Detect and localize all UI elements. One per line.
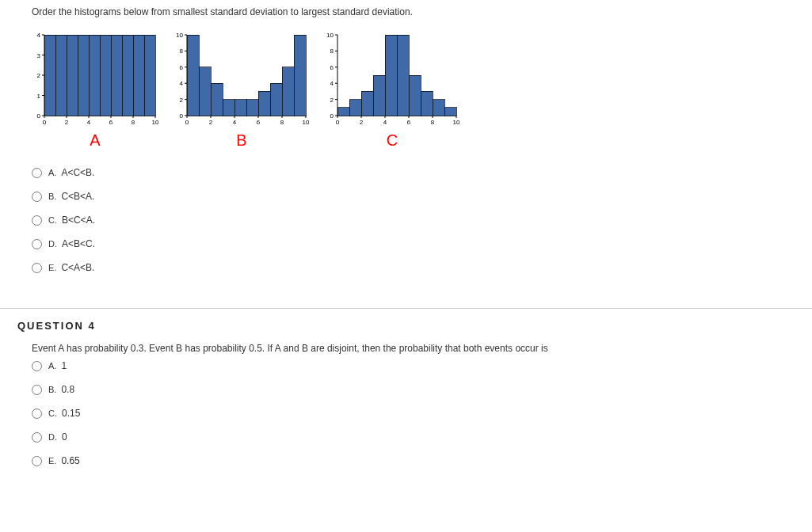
svg-text:4: 4 (37, 32, 41, 39)
svg-rect-105 (444, 108, 456, 116)
q3-radio-a[interactable] (32, 168, 42, 178)
svg-text:4: 4 (383, 119, 387, 126)
histogram-b: 02468100246810 (174, 32, 309, 127)
svg-text:6: 6 (407, 119, 411, 126)
svg-rect-33 (144, 35, 155, 116)
svg-text:2: 2 (37, 72, 41, 79)
svg-text:2: 2 (330, 97, 334, 104)
svg-text:2: 2 (360, 119, 364, 126)
svg-text:0: 0 (43, 119, 47, 126)
svg-rect-101 (397, 35, 409, 116)
q4-text-c: 0.15 (62, 408, 80, 419)
q4-text-b: 0.8 (61, 384, 74, 395)
svg-rect-61 (199, 67, 211, 116)
q4-text-e: 0.65 (61, 455, 79, 466)
q3-text-d: A<B<C. (62, 238, 95, 249)
q4-text-d: 0 (62, 431, 67, 443)
q3-option-a[interactable]: A. A<C<B. (32, 167, 780, 178)
svg-rect-66 (258, 91, 270, 116)
q3-radio-d[interactable] (32, 239, 42, 249)
svg-rect-96 (337, 108, 349, 116)
q4-letter-c: C. (48, 408, 57, 418)
svg-rect-103 (421, 91, 433, 116)
q3-option-c[interactable]: C. B<C<A. (32, 215, 780, 226)
q3-option-d[interactable]: D. A<B<C. (32, 238, 780, 249)
svg-rect-60 (187, 35, 199, 116)
q4-option-a[interactable]: A. 1 (32, 360, 780, 371)
svg-rect-104 (433, 100, 444, 116)
svg-text:10: 10 (303, 119, 309, 126)
svg-text:8: 8 (180, 48, 184, 55)
svg-rect-100 (385, 35, 397, 116)
q4-option-c[interactable]: C. 0.15 (32, 408, 780, 419)
svg-text:10: 10 (152, 119, 158, 126)
q4-option-e[interactable]: E. 0.65 (32, 455, 780, 466)
q4-letter-e: E. (48, 456, 56, 466)
q4-radio-b[interactable] (32, 385, 42, 395)
svg-text:1: 1 (37, 93, 41, 100)
q4-header: QUESTION 4 (0, 308, 812, 340)
q4-letter-b: B. (48, 385, 56, 394)
svg-text:0: 0 (330, 112, 334, 120)
svg-text:8: 8 (330, 48, 334, 55)
svg-text:4: 4 (180, 80, 184, 87)
q4-radio-a[interactable] (32, 361, 42, 371)
svg-rect-63 (223, 100, 234, 116)
q3-text-a: A<C<B. (61, 167, 94, 178)
svg-rect-68 (282, 67, 294, 116)
svg-rect-67 (270, 83, 282, 116)
histogram-c: 02468100246810 (325, 32, 459, 127)
svg-text:3: 3 (37, 52, 41, 59)
svg-text:2: 2 (180, 97, 184, 104)
svg-text:0: 0 (336, 119, 340, 126)
q3-letter-b: B. (48, 192, 56, 201)
svg-text:6: 6 (180, 64, 184, 71)
q4-radio-e[interactable] (32, 456, 42, 466)
q3-radio-b[interactable] (32, 192, 42, 202)
q3-radio-c[interactable] (32, 215, 42, 226)
svg-text:6: 6 (330, 64, 334, 71)
charts-row: 012340246810 A 02468100246810 B 02468100… (32, 32, 780, 156)
svg-text:4: 4 (233, 119, 237, 126)
q4-options: A. 1 B. 0.8 C. 0.15 D. 0 E. 0.65 (32, 360, 780, 466)
q3-option-e[interactable]: E. C<A<B. (32, 262, 780, 273)
q3-prompt: Order the histograms below from smallest… (32, 6, 780, 17)
svg-rect-65 (246, 100, 258, 116)
svg-text:0: 0 (37, 112, 41, 120)
q3-text-e: C<A<B. (61, 262, 94, 273)
svg-rect-27 (78, 35, 89, 116)
svg-text:8: 8 (280, 119, 284, 126)
q4-option-d[interactable]: D. 0 (32, 431, 780, 443)
chart-label-a: A (32, 131, 158, 150)
svg-rect-102 (409, 75, 421, 116)
svg-rect-31 (122, 35, 133, 116)
svg-rect-32 (133, 35, 144, 116)
q4-letter-d: D. (48, 432, 57, 442)
q3-text-c: B<C<A. (62, 215, 95, 226)
svg-rect-62 (211, 83, 223, 116)
svg-text:0: 0 (185, 119, 189, 126)
svg-text:0: 0 (180, 112, 184, 120)
svg-rect-24 (44, 35, 55, 116)
q4-option-b[interactable]: B. 0.8 (32, 384, 780, 395)
q3-letter-d: D. (48, 239, 57, 249)
svg-text:4: 4 (330, 80, 334, 87)
chart-label-c: C (325, 131, 459, 150)
svg-rect-64 (234, 100, 246, 116)
svg-text:4: 4 (87, 119, 91, 126)
svg-text:2: 2 (209, 119, 213, 126)
svg-rect-98 (361, 91, 373, 116)
q3-letter-c: C. (48, 215, 57, 225)
q4-radio-c[interactable] (32, 408, 42, 419)
q3-letter-a: A. (48, 168, 56, 177)
q3-option-b[interactable]: B. C<B<A. (32, 191, 780, 202)
q4-radio-d[interactable] (32, 432, 42, 443)
q3-radio-e[interactable] (32, 263, 42, 273)
svg-rect-25 (55, 35, 67, 116)
svg-rect-26 (67, 35, 78, 116)
svg-rect-28 (89, 35, 100, 116)
svg-text:8: 8 (132, 119, 135, 126)
svg-text:6: 6 (109, 119, 113, 126)
svg-text:2: 2 (65, 119, 69, 126)
svg-text:10: 10 (176, 32, 183, 39)
